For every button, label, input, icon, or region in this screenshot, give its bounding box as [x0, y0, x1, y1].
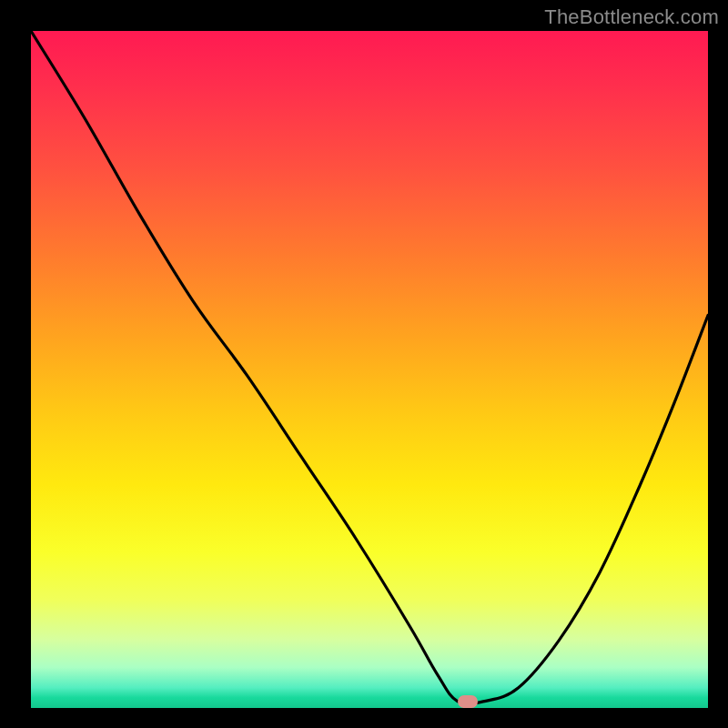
watermark-text: TheBottleneck.com: [544, 5, 719, 29]
plot-area: [31, 31, 708, 708]
chart-frame: TheBottleneck.com: [0, 0, 728, 728]
trough-marker: [458, 695, 478, 708]
bottleneck-curve: [31, 31, 708, 704]
curve-svg: [31, 31, 708, 708]
